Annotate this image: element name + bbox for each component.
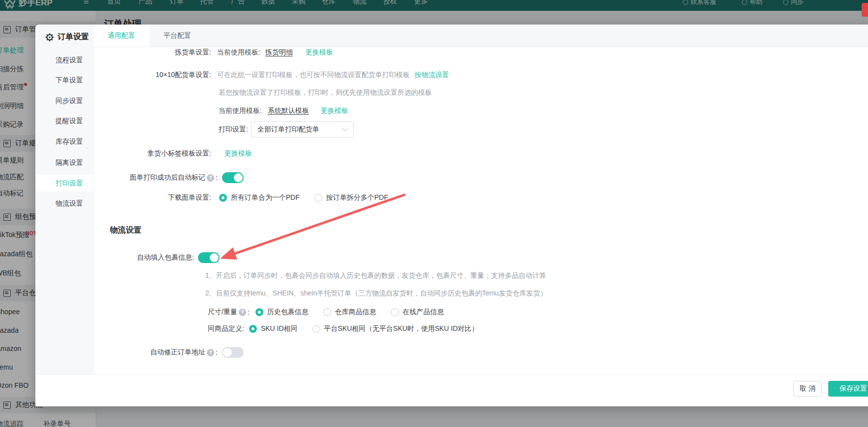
- print-scope-select[interactable]: 全部订单打印配货单: [251, 121, 354, 137]
- modal-title: 订单设置: [45, 32, 89, 42]
- app-screen: 妙手ERP ≡ 首页 产品 订单 托管 广告 数据 采购 仓库 物流 授权 更多…: [0, 0, 868, 427]
- auto-mark-toggle[interactable]: [222, 172, 244, 183]
- print-setting-label: 打印设置:: [219, 125, 248, 134]
- print-scope-row: 打印设置: 全部订单打印配货单: [93, 121, 868, 137]
- modal-menu-logistics[interactable]: 物流设置: [35, 195, 93, 212]
- radio-online-product[interactable]: [391, 308, 399, 316]
- radio-warehouse-product-label[interactable]: 仓库商品信息: [335, 308, 376, 317]
- pick-list-label: 拣货单设置:: [93, 48, 211, 57]
- radio-online-product-label[interactable]: 在线产品信息: [403, 308, 444, 317]
- modal-content: 通用配置 平台配置 拣货单设置: 当前使用模板: 拣货明细 更换模板 10×10…: [93, 25, 868, 374]
- current-template-label: 当前使用模板:: [219, 107, 262, 115]
- modal-footer: 取 消 保存设置: [35, 374, 868, 406]
- auto-mark-label: 面单打印成功后自动标记?:: [93, 173, 218, 182]
- logistics-section-row: 物流设置: [93, 224, 868, 236]
- change-template-link[interactable]: 更换模板: [321, 107, 348, 115]
- chevron-down-icon: [342, 125, 348, 132]
- pick-list-setting-row: 拣货单设置: 当前使用模板: 拣货明细 更换模板: [93, 47, 868, 58]
- grid-slip-note-row: 若您按物流设置了打印模板，打印时，则优先使用物流设置所选的模板: [93, 87, 868, 98]
- radio-split-pdf[interactable]: [314, 194, 322, 202]
- auto-fill-desc2-row: 2、目前仅支持temu、SHEIN、shein半托管订单（三方物流自发货时，自动…: [93, 288, 868, 299]
- modal-menu-stock[interactable]: 库存设置: [35, 133, 93, 150]
- auto-fill-desc2: 2、目前仅支持temu、SHEIN、shein半托管订单（三方物流自发货时，自动…: [205, 289, 547, 298]
- gear-icon: [45, 33, 54, 42]
- modal-menu-sync[interactable]: 同步设置: [35, 92, 93, 109]
- save-settings-button[interactable]: 保存设置: [828, 381, 868, 397]
- auto-fill-toggle[interactable]: [198, 252, 220, 263]
- tag-template-row: 拿货小标签模板设置: 更换模板: [93, 148, 868, 159]
- radio-merged-pdf-label[interactable]: 所有订单合为一个PDF: [231, 193, 300, 202]
- by-logistics-link[interactable]: 按物流设置: [415, 71, 449, 80]
- auto-fix-address-label: 自动修正订单地址?:: [93, 348, 218, 357]
- modal-tabs: 通用配置 平台配置: [93, 25, 868, 47]
- grid-slip-note: 若您按物流设置了打印模板，打印时，则优先使用物流设置所选的模板: [219, 88, 432, 97]
- pick-template-link[interactable]: 拣货明细: [265, 48, 293, 57]
- help-icon[interactable]: ?: [207, 174, 214, 182]
- grid-slip-desc: 可在此统一设置打印模板，也可按不同物流设置配货单打印模板: [217, 71, 410, 80]
- modal-menu-print[interactable]: 打印设置: [35, 175, 93, 191]
- download-pdf-row: 下载面单设置: 所有订单合为一个PDF 按订单拆分多个PDF: [93, 192, 868, 203]
- radio-sku-id-same[interactable]: [249, 325, 257, 333]
- modal-menu-remind[interactable]: 提醒设置: [35, 112, 93, 129]
- same-product-label: 同商品定义:: [208, 324, 244, 333]
- radio-platform-sku-same[interactable]: [312, 325, 320, 333]
- current-template-label: 当前使用模板:: [217, 48, 260, 57]
- grid-slip-template-row: 当前使用模板: 系统默认模板 更换模板: [93, 106, 868, 116]
- size-weight-label: 尺寸/重量?:: [208, 308, 250, 317]
- radio-platform-sku-same-label[interactable]: 平台SKU相同（无平台SKU时，使用SKU ID对比）: [324, 324, 478, 333]
- auto-fill-label: 自动填入包裹信息:: [93, 253, 194, 262]
- tab-general-config[interactable]: 通用配置: [93, 25, 149, 47]
- notice-badge[interactable]: [862, 3, 868, 17]
- same-product-row: 同商品定义: SKU ID相同 平台SKU相同（无平台SKU时，使用SKU ID…: [93, 323, 868, 334]
- auto-mark-row: 面单打印成功后自动标记?:: [93, 172, 868, 183]
- modal-menu-process[interactable]: 流程设置: [35, 52, 93, 68]
- change-template-link[interactable]: 更换模板: [306, 48, 333, 57]
- help-icon[interactable]: ?: [239, 309, 246, 316]
- radio-history-package[interactable]: [255, 308, 263, 316]
- tag-template-label: 拿货小标签模板设置:: [93, 149, 211, 158]
- modal-sidebar: 订单设置 流程设置 下单设置 同步设置 提醒设置 库存设置 隔离设置 打印设置 …: [35, 25, 93, 374]
- auto-fill-row: 自动填入包裹信息:: [93, 252, 868, 263]
- radio-warehouse-product[interactable]: [323, 308, 331, 316]
- modal-title-text: 订单设置: [57, 32, 89, 42]
- download-pdf-label: 下载面单设置:: [93, 193, 211, 202]
- modal-menu-place[interactable]: 下单设置: [35, 72, 93, 88]
- grid-slip-label: 10×10配货单设置:: [93, 71, 211, 80]
- radio-sku-id-same-label[interactable]: SKU ID相同: [261, 324, 298, 333]
- auto-fill-desc1: 1、开启后，订单同步时，包裹会同步自动填入历史包裹的数据，发货仓库，包裹尺寸、重…: [205, 271, 546, 280]
- auto-fix-address-toggle[interactable]: [222, 347, 244, 358]
- logistics-section-title: 物流设置: [110, 225, 141, 236]
- modal-menu-isolate[interactable]: 隔离设置: [35, 154, 93, 171]
- radio-history-package-label[interactable]: 历史包裹信息: [267, 308, 308, 317]
- size-weight-row: 尺寸/重量?: 历史包裹信息 仓库商品信息 在线产品信息: [93, 307, 868, 318]
- tab-platform-config[interactable]: 平台配置: [149, 25, 205, 47]
- auto-fill-desc1-row: 1、开启后，订单同步时，包裹会同步自动填入历史包裹的数据，发货仓库，包裹尺寸、重…: [93, 270, 868, 281]
- radio-split-pdf-label[interactable]: 按订单拆分多个PDF: [326, 193, 388, 202]
- radio-merged-pdf[interactable]: [219, 194, 227, 202]
- change-template-link[interactable]: 更换模板: [224, 149, 252, 158]
- default-template-link[interactable]: 系统默认模板: [268, 107, 309, 115]
- help-icon[interactable]: ?: [207, 349, 214, 356]
- print-scope-value: 全部订单打印配货单: [257, 125, 319, 134]
- grid-slip-setting-row: 10×10配货单设置: 可在此统一设置打印模板，也可按不同物流设置配货单打印模板…: [93, 70, 868, 80]
- order-settings-modal: 订单设置 流程设置 下单设置 同步设置 提醒设置 库存设置 隔离设置 打印设置 …: [35, 25, 868, 406]
- auto-fix-address-row: 自动修正订单地址?:: [93, 347, 868, 358]
- cancel-button[interactable]: 取 消: [793, 381, 822, 397]
